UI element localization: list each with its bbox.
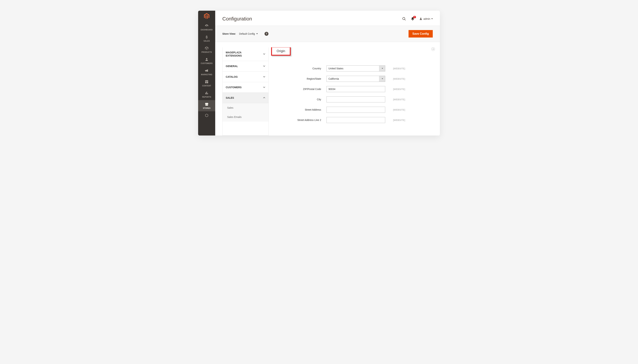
gauge-icon xyxy=(198,24,215,28)
field-label: ZIP/Postal Code xyxy=(272,88,327,90)
magento-logo-icon xyxy=(204,13,210,19)
tab-subitems-sales: Sales Sales Emails xyxy=(222,103,268,122)
sidenav-item-dashboard[interactable]: DASHBOARD xyxy=(198,22,215,33)
tab-group-general[interactable]: GENERAL xyxy=(222,61,268,72)
field-control xyxy=(327,107,385,113)
sidenav-label: DASHBOARD xyxy=(198,29,215,31)
bar-chart-icon xyxy=(198,91,215,95)
search-button[interactable] xyxy=(402,17,406,21)
field-control: California xyxy=(327,76,385,82)
tab-group-customers[interactable]: CUSTOMERS xyxy=(222,82,268,93)
tab-item-sales[interactable]: Sales xyxy=(222,103,268,112)
scope-switcher: Store View: Default Config ? xyxy=(222,32,268,36)
sidenav-item-marketing[interactable]: MARKETING xyxy=(198,66,215,78)
scope-select[interactable]: Default Config xyxy=(239,32,258,35)
field-label: Region/State xyxy=(272,77,327,80)
header-tools: 7 admin xyxy=(402,17,433,21)
tab-group-catalog[interactable]: CATALOG xyxy=(222,72,268,82)
field-row-country: Country United States [WEBSITE] xyxy=(270,63,437,74)
scope-note: [WEBSITE] xyxy=(393,78,405,80)
scope-help[interactable]: ? xyxy=(264,32,268,36)
tab-group-sales[interactable]: SALES xyxy=(222,93,268,103)
sidenav-label: SALES xyxy=(198,40,215,42)
chevron-down-icon xyxy=(263,86,265,88)
sidenav-item-stores[interactable]: STORES xyxy=(198,100,215,111)
street2-input[interactable] xyxy=(327,117,385,123)
scope-note: [WEBSITE] xyxy=(393,98,405,101)
config-panel: Origin Country United States xyxy=(269,47,437,136)
zip-input[interactable] xyxy=(327,86,385,92)
field-label: Country xyxy=(272,67,327,70)
tab-group-label: MAGEPLAZA EXTENSIONS xyxy=(226,51,258,57)
page-title: Configuration xyxy=(222,16,252,22)
form-rows: Country United States [WEBSITE] Region/S… xyxy=(270,63,437,125)
sidenav-label: CONTENT xyxy=(198,85,215,87)
tab-group-label: CATALOG xyxy=(226,75,238,78)
chevron-up-icon xyxy=(263,97,265,99)
search-icon xyxy=(402,17,406,21)
field-row-city: City [WEBSITE] xyxy=(270,94,437,104)
tab-group-mageplaza[interactable]: MAGEPLAZA EXTENSIONS xyxy=(222,47,268,61)
box-icon xyxy=(198,46,215,50)
sidenav-label: CUSTOMERS xyxy=(198,62,215,64)
sidenav-item-reports[interactable]: REPORTS xyxy=(198,89,215,100)
field-row-region: Region/State California [WEBSITE] xyxy=(270,74,437,84)
field-label: Street Address Line 2 xyxy=(272,118,327,122)
field-control xyxy=(327,117,385,123)
chevron-down-icon xyxy=(263,65,265,67)
hexagon-icon xyxy=(198,113,215,118)
toolbar: Store View: Default Config ? Save Config xyxy=(215,26,440,42)
sidenav-label: STORES xyxy=(198,107,215,109)
tab-group-label: CUSTOMERS xyxy=(226,86,241,89)
scope-note: [WEBSITE] xyxy=(393,119,405,122)
sidenav-label: MARKETING xyxy=(198,74,215,76)
street1-input[interactable] xyxy=(327,107,385,113)
notifications-button[interactable]: 7 xyxy=(411,17,415,21)
city-input[interactable] xyxy=(327,96,385,102)
person-icon xyxy=(198,57,215,62)
sidenav-item-products[interactable]: PRODUCTS xyxy=(198,44,215,55)
tab-item-sales-emails[interactable]: Sales Emails xyxy=(222,112,268,122)
sidenav-item-customers[interactable]: CUSTOMERS xyxy=(198,55,215,66)
main-panel: Configuration 7 admin Store View: xyxy=(215,11,440,136)
app-window: DASHBOARD SALES PRODUCTS CUSTOMERS MARKE… xyxy=(198,11,440,136)
field-control xyxy=(327,96,385,102)
user-icon xyxy=(419,17,422,20)
caret-down-icon xyxy=(256,33,258,34)
scope-label: Store View: xyxy=(222,32,236,35)
field-label: Street Address xyxy=(272,108,327,111)
scope-note: [WEBSITE] xyxy=(393,88,405,90)
field-row-zip: ZIP/Postal Code [WEBSITE] xyxy=(270,84,437,94)
user-menu[interactable]: admin xyxy=(419,17,433,20)
save-config-button[interactable]: Save Config xyxy=(409,30,433,38)
section-title: Origin xyxy=(277,49,285,53)
store-icon xyxy=(198,102,215,106)
sidenav-item-system[interactable] xyxy=(198,111,215,118)
scope-note: [WEBSITE] xyxy=(393,67,405,70)
layout-icon xyxy=(198,80,215,84)
sidenav-label: REPORTS xyxy=(198,96,215,98)
sidenav-item-sales[interactable]: SALES xyxy=(198,33,215,44)
scope-value: Default Config xyxy=(239,32,255,35)
user-name: admin xyxy=(424,18,430,20)
dollar-icon xyxy=(198,35,215,39)
tab-group-label: SALES xyxy=(226,96,234,100)
section-title-highlight: Origin xyxy=(271,47,291,56)
sidenav-label: PRODUCTS xyxy=(198,51,215,53)
notification-badge: 7 xyxy=(413,16,416,18)
scope-note: [WEBSITE] xyxy=(393,108,405,111)
region-select[interactable]: California xyxy=(327,76,385,82)
sidenav-item-content[interactable]: CONTENT xyxy=(198,78,215,89)
field-label: City xyxy=(272,98,327,101)
page-header: Configuration 7 admin xyxy=(215,11,440,26)
chevron-down-icon xyxy=(263,53,265,55)
section-header: Origin xyxy=(270,47,437,53)
content-area: MAGEPLAZA EXTENSIONS GENERAL CATALOG CUS… xyxy=(215,42,440,136)
field-row-street2: Street Address Line 2 [WEBSITE] xyxy=(270,115,437,125)
chevron-up-icon xyxy=(432,48,434,50)
section-collapse-toggle[interactable] xyxy=(431,47,435,51)
field-row-street1: Street Address [WEBSITE] xyxy=(270,104,437,115)
caret-down-icon xyxy=(431,18,433,20)
country-select[interactable]: United States xyxy=(327,66,385,72)
magento-logo[interactable] xyxy=(198,11,215,22)
